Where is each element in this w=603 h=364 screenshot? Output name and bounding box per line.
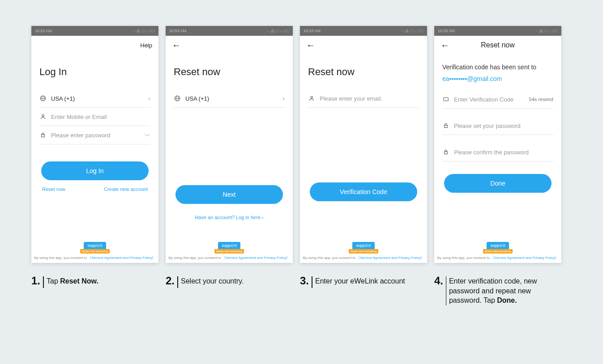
caption-number: 2. bbox=[166, 275, 175, 287]
page-title: Log In bbox=[39, 66, 150, 78]
policy-link[interactable]: 《Service Agreement and Privacy Policy》 bbox=[356, 256, 424, 260]
header-title: Reset now bbox=[481, 41, 515, 49]
code-placeholder: Enter Verification Code bbox=[454, 96, 525, 103]
step-column-1: 10:53 AM ··· ⁂ ⬡ ⬨ ⬡⬡ Help Log In USA (+… bbox=[31, 26, 158, 305]
email-display: ea▪▪▪▪▪▪▪▪@gmail.com bbox=[442, 75, 553, 82]
globe-icon bbox=[39, 95, 47, 102]
caption-1: 1. Tap Reset Now. bbox=[31, 275, 158, 288]
caption-divider bbox=[446, 276, 446, 305]
email-placeholder: Please enter your email. bbox=[320, 95, 419, 102]
verification-code-button[interactable]: Verification Code bbox=[310, 182, 417, 201]
back-arrow-icon[interactable]: ← bbox=[172, 40, 181, 51]
password-placeholder: Please enter password bbox=[51, 132, 140, 139]
country-selector[interactable]: USA (+1) › bbox=[39, 89, 150, 108]
content-area: Reset now Please enter your email. Verif… bbox=[300, 55, 427, 263]
done-button[interactable]: Done bbox=[444, 174, 552, 193]
globe-icon bbox=[174, 95, 181, 102]
svg-rect-13 bbox=[445, 125, 448, 127]
phone-screen-4: 10:53 AM ··· ⁂ ⬡ ⬨ ⬡⬡ ← Reset now Verifi… bbox=[434, 26, 561, 263]
header-row: ← bbox=[166, 36, 293, 55]
verification-code-field[interactable]: Enter Verification Code 54s resend bbox=[442, 90, 553, 109]
footer: supp⊙rt Works with everything By using t… bbox=[300, 241, 427, 263]
create-account-link[interactable]: Create new account bbox=[104, 186, 148, 192]
sent-message: Verification code has been sent to bbox=[442, 63, 553, 71]
status-icons: ··· ⁂ ⬡ ⬨ ⬡⬡ bbox=[267, 29, 289, 33]
caption-3: 3. Enter your eWeLink account bbox=[300, 275, 427, 288]
policy-link[interactable]: 《Service Agreement and Privacy Policy》 bbox=[88, 256, 155, 260]
code-icon bbox=[442, 96, 449, 103]
country-selector[interactable]: USA (+1) › bbox=[174, 89, 285, 108]
steps-container: 10:53 AM ··· ⁂ ⬡ ⬨ ⬡⬡ Help Log In USA (+… bbox=[0, 0, 603, 305]
caption-divider bbox=[312, 276, 312, 288]
phone-screen-2: 10:53 AM ··· ⁂ ⬡ ⬨ ⬡⬡ ← Reset now USA (+… bbox=[166, 26, 293, 263]
step-column-2: 10:53 AM ··· ⁂ ⬡ ⬨ ⬡⬡ ← Reset now USA (+… bbox=[166, 26, 293, 305]
consent-text: By using this app, you consent to bbox=[169, 256, 222, 260]
lock-icon bbox=[39, 131, 47, 139]
login-button[interactable]: Log In bbox=[41, 161, 149, 180]
footer: supp⊙rt Works with everything By using t… bbox=[434, 241, 561, 263]
consent-text: By using this app, you consent to bbox=[437, 256, 491, 260]
country-value: USA (+1) bbox=[51, 95, 144, 102]
link-row: Reset now Create new account bbox=[42, 186, 148, 192]
eye-icon[interactable] bbox=[144, 133, 150, 137]
reset-now-link[interactable]: Reset now bbox=[42, 186, 65, 192]
step-column-4: 10:53 AM ··· ⁂ ⬡ ⬨ ⬡⬡ ← Reset now Verifi… bbox=[434, 26, 561, 305]
content-area: Log In USA (+1) › Enter Mobile or Email bbox=[31, 55, 158, 263]
caption-text: Enter your eWeLink account bbox=[315, 275, 405, 286]
status-time: 10:53 AM bbox=[169, 29, 186, 33]
page-title: Reset now bbox=[308, 66, 419, 78]
phone-screen-1: 10:53 AM ··· ⁂ ⬡ ⬨ ⬡⬡ Help Log In USA (+… bbox=[31, 26, 158, 263]
svg-rect-14 bbox=[445, 152, 448, 154]
logo-top: supp⊙rt bbox=[218, 242, 240, 249]
status-bar: 10:53 AM ··· ⁂ ⬡ ⬨ ⬡⬡ bbox=[434, 26, 561, 36]
set-password-field[interactable]: Please set your password bbox=[442, 117, 553, 135]
footer-logo: supp⊙rt Works with everything bbox=[80, 242, 110, 254]
content-area: Reset now USA (+1) › Next Have an accoun… bbox=[166, 55, 293, 263]
svg-rect-4 bbox=[42, 135, 45, 137]
chevron-right-icon: › bbox=[148, 95, 150, 102]
logo-bottom: Works with everything bbox=[80, 249, 110, 254]
logo-top: supp⊙rt bbox=[352, 242, 374, 249]
status-time: 10:53 AM bbox=[438, 29, 455, 33]
consent-text: By using this app, you consent to bbox=[34, 256, 88, 260]
back-arrow-icon[interactable]: ← bbox=[440, 40, 449, 51]
status-icons: ··· ⁂ ⬡ ⬨ ⬡⬡ bbox=[535, 29, 558, 33]
caption-text: Tap Reset Now. bbox=[47, 275, 98, 286]
caption-2: 2. Select your country. bbox=[166, 275, 293, 288]
footer: supp⊙rt Works with everything By using t… bbox=[166, 241, 293, 263]
page-title: Reset now bbox=[174, 66, 285, 78]
password-placeholder: Please set your password bbox=[454, 123, 553, 129]
svg-point-8 bbox=[311, 96, 312, 98]
footer-consent: By using this app, you consent to 《Servi… bbox=[300, 255, 427, 260]
logo-bottom: Works with everything bbox=[483, 249, 513, 254]
footer-logo: supp⊙rt Works with everything bbox=[214, 242, 244, 254]
policy-link[interactable]: 《Service Agreement and Privacy Policy》 bbox=[491, 256, 558, 260]
back-arrow-icon[interactable]: ← bbox=[306, 40, 315, 51]
lock-icon bbox=[442, 148, 449, 156]
caption-number: 3. bbox=[300, 275, 309, 287]
caption-divider bbox=[43, 276, 44, 288]
content-area: Verification code has been sent to ea▪▪▪… bbox=[434, 55, 561, 263]
policy-link[interactable]: 《Service Agreement and Privacy Policy》 bbox=[222, 256, 290, 260]
status-icons: ··· ⁂ ⬡ ⬨ ⬡⬡ bbox=[401, 29, 423, 33]
footer-logo: supp⊙rt Works with everything bbox=[349, 242, 379, 254]
status-bar: 10:53 AM ··· ⁂ ⬡ ⬨ ⬡⬡ bbox=[300, 26, 427, 36]
email-field[interactable]: Please enter your email. bbox=[308, 89, 419, 108]
status-bar: 10:53 AM ··· ⁂ ⬡ ⬨ ⬡⬡ bbox=[31, 26, 158, 36]
resend-timer: 54s resend bbox=[529, 97, 553, 102]
step-column-3: 10:53 AM ··· ⁂ ⬡ ⬨ ⬡⬡ ← Reset now Please… bbox=[300, 26, 427, 305]
logo-bottom: Works with everything bbox=[214, 249, 244, 254]
help-link[interactable]: Help bbox=[140, 42, 152, 49]
person-icon bbox=[308, 95, 315, 102]
password-field[interactable]: Please enter password bbox=[39, 126, 150, 144]
mobile-email-field[interactable]: Enter Mobile or Email bbox=[39, 108, 150, 126]
logo-bottom: Works with everything bbox=[349, 249, 379, 254]
status-icons: ··· ⁂ ⬡ ⬨ ⬡⬡ bbox=[133, 29, 155, 33]
caption-number: 4. bbox=[434, 275, 443, 287]
confirm-password-field[interactable]: Please confirm the password bbox=[442, 143, 553, 161]
caption-number: 1. bbox=[31, 275, 40, 287]
chevron-right-icon: › bbox=[282, 95, 285, 102]
next-button[interactable]: Next bbox=[175, 185, 283, 204]
login-here-link[interactable]: Have an account? Log in here › bbox=[174, 215, 285, 220]
country-value: USA (+1) bbox=[185, 95, 278, 102]
